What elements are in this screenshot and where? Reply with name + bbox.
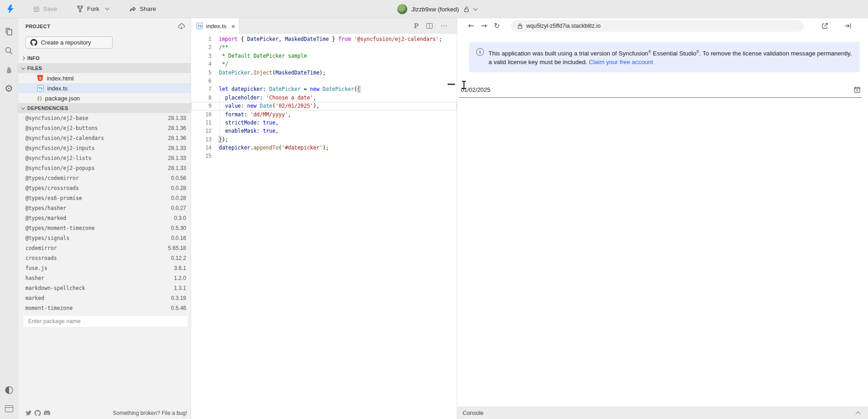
dependency-version: 28.1.33 [168,145,186,151]
close-tab-icon[interactable]: × [231,23,235,30]
code-line[interactable]: 1import { DatePicker, MaskedDateTime } f… [191,35,457,43]
line-number: 11 [191,119,212,127]
dependency-item[interactable]: markdown-spellcheck1.3.1 [18,283,191,293]
create-repository-button[interactable]: Create a repository [25,36,113,49]
file-item-index-html[interactable]: 5 index.html [18,73,191,83]
collapse-preview-icon[interactable] [844,22,852,30]
code-line[interactable]: 4 */ [191,60,457,68]
dependency-name: @syncfusion/ej2-base [25,115,168,121]
code-line[interactable]: 11 strictMode: true, [191,119,457,127]
section-dependencies[interactable]: DEPENDENCIES [18,103,191,113]
dependency-item[interactable]: codemirror5.65.18 [18,243,191,253]
files-panel-icon[interactable] [0,22,18,41]
code-text: enableMask: true, [212,127,279,135]
dependency-item[interactable]: hasher1.2.0 [18,273,191,283]
dependency-item[interactable]: @syncfusion/ej2-base28.1.33 [18,113,191,123]
discord-icon[interactable] [44,410,50,416]
share-button[interactable]: Share [129,5,156,13]
dependency-item[interactable]: @types/codemirror0.0.56 [18,173,191,183]
dependency-item[interactable]: @syncfusion/ej2-popups28.1.33 [18,163,191,173]
dependency-version: 28.1.33 [168,155,186,161]
code-line[interactable]: 6 [191,77,457,85]
theme-contrast-icon[interactable]: ◐ [0,380,18,399]
url-text: wqu5lzyl-z5ffd7ia.stackblitz.io [526,23,601,29]
tab-index-ts[interactable]: TS index.ts × [191,18,239,34]
file-bug-link[interactable]: Something broken? File a bug! [50,410,187,416]
more-actions-icon[interactable]: ⋯ [440,22,448,30]
search-icon[interactable] [0,41,18,60]
code-line[interactable]: 3 * Default DatePicker sample [191,52,457,60]
layout-panel-icon[interactable] [0,399,18,418]
visibility-chevron-icon[interactable] [473,6,478,10]
dependency-item[interactable]: @types/moment-timezone0.5.30 [18,223,191,233]
firebase-icon[interactable] [0,60,18,79]
code-line[interactable]: 12 enableMask: true, [191,127,457,135]
dependency-item[interactable]: fuse.js3.6.1 [18,263,191,273]
code-line[interactable]: 13}); [191,135,457,144]
unlock-icon[interactable] [463,6,470,13]
save-button[interactable]: Save [33,5,57,13]
dependency-item[interactable]: @syncfusion/ej2-calendars28.1.36 [18,133,191,143]
file-item-index-ts[interactable]: TS index.ts [18,83,191,93]
fork-dropdown-chevron-icon[interactable] [105,6,109,10]
dependency-item[interactable]: @types/crossroads0.0.28 [18,183,191,193]
split-editor-icon[interactable] [426,23,433,29]
forward-icon[interactable]: → [481,22,487,30]
project-title-group[interactable]: Jlzzb9xw (forked) [397,0,477,18]
console-bar[interactable]: Console [457,407,868,419]
code-line[interactable]: 7let datepicker: DatePicker = new DatePi… [191,85,457,93]
back-icon[interactable]: ← [468,22,474,30]
dependency-item[interactable]: @syncfusion/ej2-inputs28.1.33 [18,143,191,153]
code-text: datepicker.appendTo('#datepicker'); [212,144,329,152]
dependency-item[interactable]: moment-timezone0.5.46 [18,303,191,313]
refresh-icon[interactable]: ↻ [494,22,500,30]
claim-account-link[interactable]: Claim your free account [589,59,653,65]
code-line[interactable]: 9 value: new Date('02/01/2025'), [191,102,457,110]
section-files[interactable]: FILES [18,63,191,73]
save-icon [33,5,40,13]
settings-gear-icon[interactable]: ⚙ [0,79,18,98]
dependency-name: codemirror [25,245,168,251]
top-bar: Save Fork Share Jlzzb9xw (forked) [0,0,868,18]
dependency-version: 0.0.27 [171,205,186,211]
dependency-version: 1.2.0 [174,275,186,281]
datepicker-input[interactable]: 01/02/2025 [459,85,862,98]
code-line[interactable]: 10 format: 'dd/MM/yyyy', [191,110,457,119]
chevron-up-icon [855,411,860,416]
open-in-new-window-icon[interactable] [821,22,829,30]
dependency-item[interactable]: @types/signals0.0.16 [18,233,191,243]
code-line[interactable]: 14datepicker.appendTo('#datepicker'); [191,144,457,152]
dependency-name: hasher [25,275,174,281]
dependency-name: @syncfusion/ej2-buttons [25,125,168,131]
github-icon[interactable] [35,410,41,416]
code-line[interactable]: 8 placeholder: 'Choose a date', [191,94,457,102]
stackblitz-logo-icon[interactable] [5,3,16,15]
dependency-name: @types/moment-timezone [25,225,171,231]
dependency-item[interactable]: @types/marked0.3.0 [18,213,191,223]
dependency-version: 0.3.19 [171,295,186,301]
code-line[interactable]: 5DatePicker.Inject(MaskedDateTime); [191,69,457,77]
code-line[interactable]: 2/** [191,43,457,51]
download-project-icon[interactable] [178,23,185,30]
section-info[interactable]: INFO [18,53,191,63]
code-editor[interactable]: 1import { DatePicker, MaskedDateTime } f… [191,34,457,160]
dependency-item[interactable]: crossroads0.12.2 [18,253,191,263]
twitter-icon[interactable] [25,410,32,416]
dependency-version: 3.6.1 [174,265,186,271]
url-bar[interactable]: wqu5lzyl-z5ffd7ia.stackblitz.io [511,20,804,32]
dependency-item[interactable]: @types/es6-promise0.0.28 [18,193,191,203]
dependency-version: 0.12.2 [171,255,186,261]
file-item-package-json[interactable]: {·} package.json [18,93,191,103]
calendar-icon[interactable] [853,86,861,95]
fork-button[interactable]: Fork [76,5,99,13]
splitter-handle[interactable] [448,84,455,85]
code-text: DatePicker.Inject(MaskedDateTime); [212,69,326,77]
dependency-item[interactable]: @syncfusion/ej2-buttons28.1.36 [18,123,191,133]
code-line[interactable]: 15 [191,152,457,160]
package-name-input[interactable] [24,316,187,327]
dependency-item[interactable]: @types/hasher0.0.27 [18,203,191,213]
prettier-format-icon[interactable]: P [414,22,419,30]
preview-toolbar: ← → ↻ wqu5lzyl-z5ffd7ia.stackblitz.io [457,18,868,34]
dependency-item[interactable]: @syncfusion/ej2-lists28.1.33 [18,153,191,163]
dependency-item[interactable]: marked0.3.19 [18,293,191,303]
